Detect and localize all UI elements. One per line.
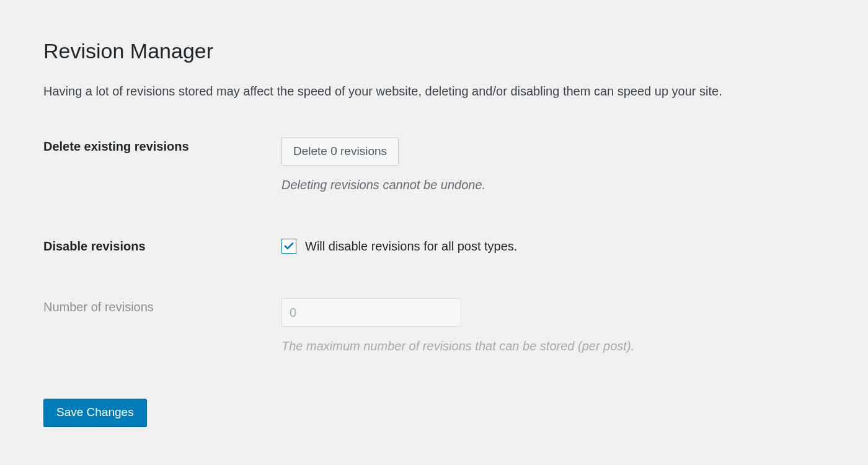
number-revisions-input[interactable] — [281, 298, 461, 327]
checkmark-icon — [283, 241, 294, 252]
label-delete-revisions: Delete existing revisions — [43, 138, 281, 237]
cell-disable-revisions: Will disable revisions for all post type… — [281, 237, 825, 298]
save-changes-button[interactable]: Save Changes — [43, 399, 147, 427]
page-title: Revision Manager — [43, 37, 825, 64]
submit-row: Save Changes — [43, 399, 825, 427]
row-disable-revisions: Disable revisions Will disable revisions… — [43, 237, 825, 298]
delete-revisions-button[interactable]: Delete 0 revisions — [281, 138, 399, 166]
disable-revisions-checkbox[interactable] — [281, 239, 296, 254]
disable-revisions-checkbox-row: Will disable revisions for all post type… — [281, 237, 825, 255]
label-disable-revisions: Disable revisions — [43, 237, 281, 298]
row-number-revisions: Number of revisions The maximum number o… — [43, 298, 825, 399]
page-intro: Having a lot of revisions stored may aff… — [43, 82, 825, 100]
number-revisions-help: The maximum number of revisions that can… — [281, 337, 825, 355]
cell-delete-revisions: Delete 0 revisions Deleting revisions ca… — [281, 138, 825, 237]
row-delete-revisions: Delete existing revisions Delete 0 revis… — [43, 138, 825, 237]
delete-revisions-help: Deleting revisions cannot be undone. — [281, 175, 825, 194]
label-number-revisions: Number of revisions — [43, 298, 281, 399]
settings-form-table: Delete existing revisions Delete 0 revis… — [43, 138, 825, 399]
settings-page: Revision Manager Having a lot of revisio… — [0, 0, 868, 451]
cell-number-revisions: The maximum number of revisions that can… — [281, 298, 825, 399]
disable-revisions-checkbox-label[interactable]: Will disable revisions for all post type… — [305, 237, 517, 255]
